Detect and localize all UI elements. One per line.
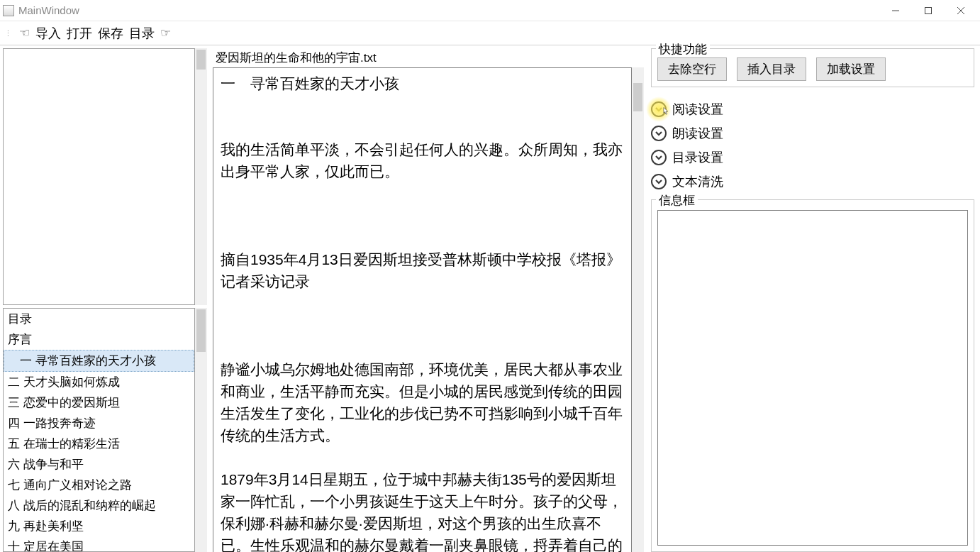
toc-item[interactable]: 九 再赴美利坚	[4, 516, 194, 536]
right-column: 快捷功能 去除空行 插入目录 加载设置 阅读设置	[647, 45, 980, 552]
chevron-down-icon	[651, 174, 667, 189]
quick-actions-legend: 快捷功能	[656, 41, 710, 57]
scrollbar-thumb[interactable]	[196, 309, 206, 352]
toc-item[interactable]: 八 战后的混乱和纳粹的崛起	[4, 495, 194, 516]
toc-listbox[interactable]: 目录序言一 寻常百姓家的天才小孩二 天才头脑如何炼成三 恋爱中的爱因斯坦四 一路…	[3, 308, 195, 552]
toc-settings-header[interactable]: 目录设置	[651, 145, 974, 170]
document-filename: 爱因斯坦的生命和他的宇宙.txt	[213, 48, 644, 67]
toc-item[interactable]: 三 恋爱中的爱因斯坦	[4, 392, 194, 413]
toc-scrollbar[interactable]	[195, 308, 207, 552]
quick-actions-group: 快捷功能 去除空行 插入目录 加载设置	[651, 48, 974, 87]
document-wrap: 一 寻常百姓家的天才小孩 我的生活简单平淡，不会引起任何人的兴趣。众所周知，我亦…	[213, 67, 644, 552]
read-settings-header[interactable]: 阅读设置	[651, 97, 974, 121]
open-button[interactable]: 打开	[67, 25, 92, 42]
quick-button-row: 去除空行 插入目录 加载设置	[657, 57, 968, 81]
document-scrollbar[interactable]	[632, 67, 644, 552]
hand-left-icon[interactable]: ☜	[19, 26, 30, 40]
left-top-pane	[0, 45, 210, 307]
toc-item[interactable]: 五 在瑞士的精彩生活	[4, 434, 194, 454]
scrollbar-thumb[interactable]	[633, 83, 642, 111]
svg-rect-1	[925, 7, 932, 13]
toc-item[interactable]: 六 战争与和平	[4, 454, 194, 475]
maximize-icon	[924, 6, 932, 15]
toc-item[interactable]: 序言	[4, 329, 194, 350]
speak-settings-header[interactable]: 朗读设置	[651, 121, 974, 145]
left-top-listbox[interactable]	[3, 48, 195, 305]
close-button[interactable]	[945, 0, 977, 21]
toolbar-grip: ⋮	[4, 31, 12, 36]
toc-settings-label: 目录设置	[672, 149, 723, 166]
maximize-button[interactable]	[912, 0, 945, 21]
toc-button[interactable]: 目录	[129, 25, 155, 42]
close-icon	[957, 6, 965, 15]
settings-accordion: 阅读设置 朗读设置 目录设置 文本清洗	[651, 97, 974, 194]
toc-item[interactable]: 目录	[4, 309, 194, 329]
document-textarea[interactable]: 一 寻常百姓家的天才小孩 我的生活简单平淡，不会引起任何人的兴趣。众所周知，我亦…	[213, 67, 632, 552]
minimize-button[interactable]	[879, 0, 912, 21]
chevron-down-icon	[651, 101, 667, 117]
info-legend: 信息框	[656, 192, 698, 209]
save-button[interactable]: 保存	[98, 25, 123, 42]
window-controls	[879, 0, 977, 21]
cursor-icon	[662, 107, 671, 116]
titlebar: MainWindow	[0, 0, 980, 21]
content-area: 目录序言一 寻常百姓家的天才小孩二 天才头脑如何炼成三 恋爱中的爱因斯坦四 一路…	[0, 45, 980, 552]
speak-settings-label: 朗读设置	[672, 125, 723, 142]
text-clean-header[interactable]: 文本清洗	[651, 170, 974, 194]
toc-item[interactable]: 一 寻常百姓家的天才小孩	[4, 350, 194, 372]
import-button[interactable]: 导入	[35, 25, 61, 42]
hand-right-icon[interactable]: ☞	[160, 26, 171, 40]
minimize-icon	[891, 6, 900, 15]
window-title: MainWindow	[18, 4, 79, 16]
left-column: 目录序言一 寻常百姓家的天才小孩二 天才头脑如何炼成三 恋爱中的爱因斯坦四 一路…	[0, 45, 210, 552]
toc-item[interactable]: 十 定居在美国	[4, 536, 194, 552]
left-bottom-pane: 目录序言一 寻常百姓家的天才小孩二 天才头脑如何炼成三 恋爱中的爱因斯坦四 一路…	[0, 307, 210, 552]
toc-item[interactable]: 四 一路投奔奇迹	[4, 413, 194, 434]
toc-item[interactable]: 二 天才头脑如何炼成	[4, 372, 194, 392]
app-icon	[3, 5, 14, 16]
read-settings-label: 阅读设置	[672, 101, 723, 118]
toolbar: ⋮ ☜ 导入 打开 保存 目录 ☞	[0, 21, 980, 45]
remove-blank-button[interactable]: 去除空行	[657, 57, 727, 81]
info-group: 信息框	[651, 199, 974, 552]
text-clean-label: 文本清洗	[672, 173, 723, 190]
toc-item[interactable]: 七 通向广义相对论之路	[4, 475, 194, 495]
info-textbox[interactable]	[657, 210, 968, 546]
left-top-scrollbar[interactable]	[195, 48, 207, 305]
chevron-down-icon	[651, 126, 667, 141]
middle-column: 爱因斯坦的生命和他的宇宙.txt 一 寻常百姓家的天才小孩 我的生活简单平淡，不…	[210, 45, 647, 552]
chevron-down-icon	[651, 150, 667, 165]
scrollbar-thumb[interactable]	[196, 50, 206, 70]
insert-toc-button[interactable]: 插入目录	[737, 57, 806, 81]
load-settings-button[interactable]: 加载设置	[816, 57, 886, 81]
